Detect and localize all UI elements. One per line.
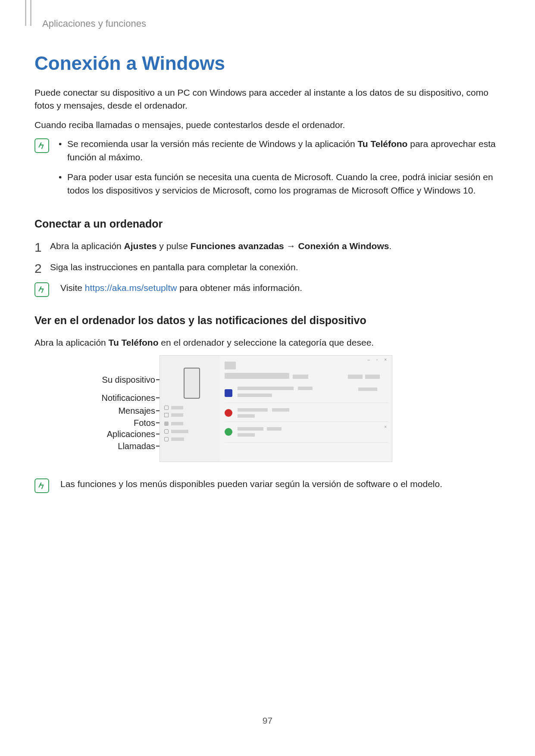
content-pane: ×	[225, 362, 388, 458]
callout-label: Llamadas	[118, 441, 155, 451]
section-heading: Conectar a un ordenador	[34, 218, 501, 230]
intro-paragraph-1: Puede conectar su dispositivo a un PC co…	[34, 86, 501, 112]
step-item: Abra la aplicación Ajustes y pulse Funci…	[34, 240, 501, 253]
callout-label: Fotos	[134, 418, 155, 428]
callout-label: Notificaciones	[101, 393, 155, 403]
info-link[interactable]: https://aka.ms/setupltw	[85, 283, 177, 293]
arrow-icon: →	[284, 241, 298, 251]
note-block: Las funciones y los menús disponibles pu…	[34, 478, 501, 493]
note-icon	[34, 478, 49, 493]
step-item: Siga las instrucciones en pantalla para …	[34, 261, 501, 274]
note-block: Visite https://aka.ms/setupltw para obte…	[34, 281, 501, 297]
note-item: Para poder usar esta función se necesita…	[56, 171, 501, 197]
section-heading: Ver en el ordenador los datos y las noti…	[34, 314, 501, 327]
callout-label: Su dispositivo	[102, 375, 155, 385]
your-phone-window: – ▫ ×	[160, 355, 392, 462]
device-thumbnail	[184, 368, 200, 399]
margin-rule	[30, 0, 31, 26]
note-icon	[34, 282, 49, 297]
page-number: 97	[0, 715, 535, 726]
callout-label: Mensajes	[118, 406, 155, 416]
callout-label: Aplicaciones	[107, 429, 155, 439]
page-title: Conexión a Windows	[34, 53, 501, 74]
note-item: Se recomienda usar la versión más recien…	[56, 137, 501, 164]
note-block: Se recomienda usar la versión más recien…	[34, 137, 501, 204]
sidebar	[160, 356, 219, 462]
breadcrumb: Aplicaciones y funciones	[42, 18, 501, 29]
margin-rule	[25, 0, 26, 26]
intro-paragraph-2: Cuando reciba llamadas o mensajes, puede…	[34, 119, 501, 131]
your-phone-diagram: Su dispositivo Notificaciones Mensajes F…	[73, 355, 501, 467]
note-icon	[34, 138, 49, 153]
body-paragraph: Abra la aplicación Tu Teléfono en el ord…	[34, 336, 501, 349]
